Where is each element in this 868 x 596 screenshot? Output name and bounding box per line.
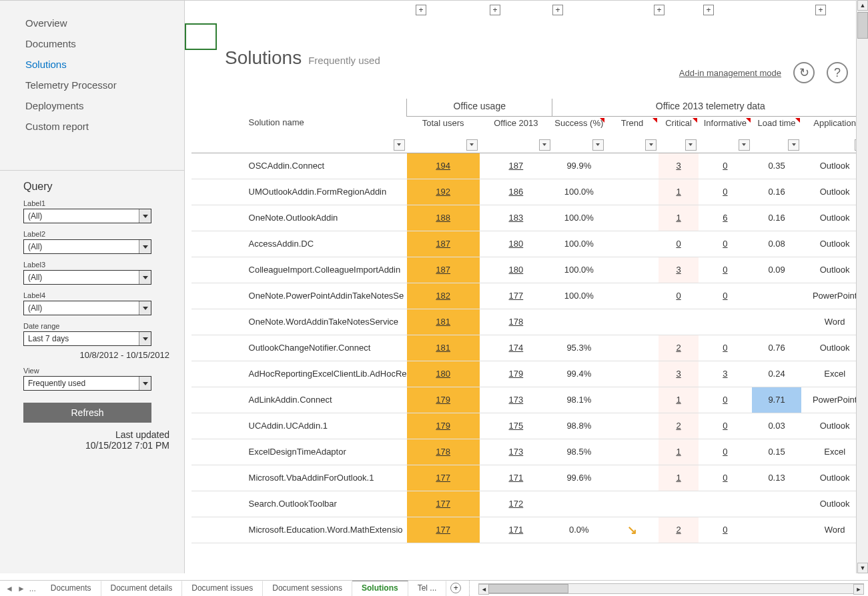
cell-office-2013[interactable]: 180 (480, 257, 552, 283)
filter-icon[interactable] (592, 139, 604, 151)
cell-total-users[interactable]: 194 (407, 153, 480, 179)
scroll-down-button[interactable]: ▼ (857, 563, 868, 573)
cell-solution-name[interactable]: AdHocReportingExcelClientLib.AdHocRe (218, 361, 407, 387)
filter-icon[interactable] (739, 139, 750, 151)
cell-solution-name[interactable]: AdLinkAddin.Connect (218, 387, 407, 413)
expand-button[interactable]: + (552, 5, 563, 15)
active-cell[interactable] (185, 23, 217, 50)
filter-icon[interactable] (394, 139, 405, 151)
cell-informative[interactable]: 0 (699, 231, 752, 257)
expand-button[interactable]: + (490, 5, 500, 15)
cell-informative[interactable]: 0 (699, 179, 752, 205)
cell-office-2013[interactable]: 180 (480, 231, 552, 257)
cell-informative[interactable]: 0 (699, 153, 752, 179)
cell-informative[interactable] (699, 491, 752, 517)
filter-icon[interactable] (788, 139, 799, 151)
cell-office-2013[interactable]: 174 (480, 335, 552, 361)
tab-document-details[interactable]: Document details (101, 581, 183, 596)
cell-critical[interactable]: 1 (659, 205, 699, 231)
refresh-button[interactable]: Refresh (23, 403, 151, 423)
cell-critical[interactable] (659, 491, 699, 517)
cell-critical[interactable]: 2 (659, 335, 699, 361)
cell-office-2013[interactable]: 175 (480, 413, 552, 439)
col-solution-name[interactable]: Solution name (218, 116, 407, 153)
help-icon[interactable]: ? (827, 62, 848, 83)
scroll-right-button[interactable]: ► (853, 584, 864, 595)
col-critical[interactable]: Critical (659, 116, 699, 153)
tab-document-sessions[interactable]: Document sessions (263, 581, 352, 596)
cell-informative[interactable]: 0 (699, 283, 752, 309)
cell-critical[interactable]: 1 (659, 439, 699, 465)
cell-informative[interactable] (699, 309, 752, 335)
cell-critical[interactable]: 1 (659, 179, 699, 205)
query-select-2[interactable]: (All) (23, 239, 151, 254)
col-office-2013[interactable]: Office 2013 (480, 116, 552, 153)
cell-informative[interactable]: 6 (699, 205, 752, 231)
nav-item-overview[interactable]: Overview (0, 13, 184, 33)
cell-total-users[interactable]: 178 (407, 439, 480, 465)
cell-critical[interactable] (659, 309, 699, 335)
cell-critical[interactable]: 3 (659, 153, 699, 179)
nav-item-custom-report[interactable]: Custom report (0, 116, 184, 137)
expand-button[interactable]: + (703, 5, 714, 15)
cell-office-2013[interactable]: 171 (480, 465, 552, 491)
nav-item-telemetry-processor[interactable]: Telemetry Processor (0, 75, 184, 95)
nav-item-deployments[interactable]: Deployments (0, 95, 184, 116)
dropdown-arrow-icon[interactable] (139, 271, 151, 284)
cell-office-2013[interactable]: 183 (480, 205, 552, 231)
scroll-thumb[interactable] (488, 584, 568, 593)
cell-total-users[interactable]: 192 (407, 179, 480, 205)
cell-total-users[interactable]: 181 (407, 335, 480, 361)
view-select[interactable]: Frequently used (23, 376, 151, 391)
cell-total-users[interactable]: 187 (407, 231, 480, 257)
dropdown-arrow-icon[interactable] (139, 209, 151, 223)
dropdown-arrow-icon[interactable] (139, 301, 151, 315)
cell-critical[interactable]: 1 (659, 465, 699, 491)
cell-office-2013[interactable]: 186 (480, 179, 552, 205)
refresh-icon[interactable]: ↻ (793, 62, 815, 83)
cell-critical[interactable]: 1 (659, 387, 699, 413)
cell-total-users[interactable]: 177 (407, 491, 480, 517)
cell-solution-name[interactable]: UCAddin.UCAddin.1 (218, 413, 407, 439)
addin-mode-link[interactable]: Add-in management mode (679, 68, 781, 78)
expand-button[interactable]: + (815, 5, 826, 15)
cell-total-users[interactable]: 182 (407, 283, 480, 309)
cell-solution-name[interactable]: AccessAddin.DC (218, 231, 407, 257)
col-informative[interactable]: Informative (699, 116, 752, 153)
query-select-3[interactable]: (All) (23, 270, 151, 285)
cell-office-2013[interactable]: 177 (480, 283, 552, 309)
scroll-thumb[interactable] (857, 12, 868, 39)
col-total-users[interactable]: Total users (407, 116, 480, 153)
cell-informative[interactable]: 0 (699, 257, 752, 283)
cell-total-users[interactable]: 180 (407, 361, 480, 387)
cell-solution-name[interactable]: UMOutlookAddin.FormRegionAddin (218, 179, 407, 205)
tab-document-issues[interactable]: Document issues (182, 581, 263, 596)
cell-informative[interactable]: 3 (699, 361, 752, 387)
cell-office-2013[interactable]: 179 (480, 361, 552, 387)
cell-critical[interactable]: 2 (659, 517, 699, 543)
cell-solution-name[interactable]: Search.OutlookToolbar (218, 491, 407, 517)
cell-solution-name[interactable]: Microsoft.VbaAddinForOutlook.1 (218, 465, 407, 491)
cell-solution-name[interactable]: ColleagueImport.ColleagueImportAddin (218, 257, 407, 283)
cell-office-2013[interactable]: 171 (480, 517, 552, 543)
tab-add-button[interactable]: + (446, 581, 465, 596)
expand-button[interactable]: + (416, 5, 426, 15)
cell-total-users[interactable]: 179 (407, 387, 480, 413)
cell-solution-name[interactable]: OneNote.WordAddinTakeNotesService (218, 309, 407, 335)
cell-office-2013[interactable]: 173 (480, 439, 552, 465)
col-trend[interactable]: Trend (606, 116, 659, 153)
tab-solutions[interactable]: Solutions (352, 581, 408, 596)
cell-total-users[interactable]: 179 (407, 413, 480, 439)
cell-solution-name[interactable]: ExcelDesignTimeAdaptor (218, 439, 407, 465)
tab-next-icon[interactable]: ► (17, 584, 25, 593)
cell-solution-name[interactable]: OSCAddin.Connect (218, 153, 407, 179)
dropdown-arrow-icon[interactable] (139, 377, 151, 390)
cell-critical[interactable]: 0 (659, 231, 699, 257)
tab-prev-icon[interactable]: ◄ (5, 584, 13, 593)
cell-informative[interactable]: 0 (699, 465, 752, 491)
date-range-select[interactable]: Last 7 days (23, 331, 151, 346)
cell-critical[interactable]: 0 (659, 283, 699, 309)
cell-office-2013[interactable]: 172 (480, 491, 552, 517)
cell-solution-name[interactable]: OutlookChangeNotifier.Connect (218, 335, 407, 361)
col-success[interactable]: Success (%) (552, 116, 606, 153)
